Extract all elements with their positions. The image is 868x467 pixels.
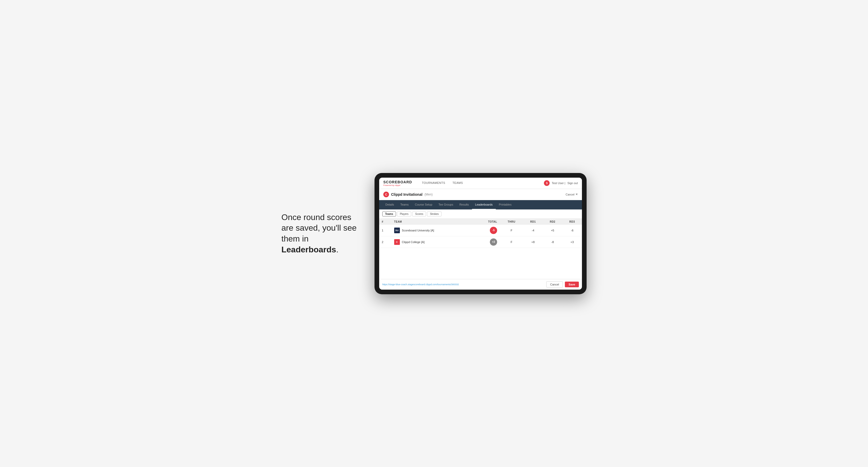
row2-rd2: -8 xyxy=(543,236,562,248)
sidebar-bold: Leaderboards xyxy=(281,245,336,254)
row1-team-name: Scoreboard University [A] xyxy=(402,229,434,232)
filter-scores[interactable]: Scores xyxy=(412,212,426,216)
footer: https://stage-blue-coach.stagescoreboard… xyxy=(379,279,582,290)
row2-team-name: Clippd College [A] xyxy=(402,241,425,244)
col-rd1: RD1 xyxy=(523,219,543,225)
row1-total: -5 xyxy=(474,225,500,236)
cancel-button-footer[interactable]: Cancel xyxy=(546,281,563,287)
tournament-name: Clippd Invitational xyxy=(391,192,422,196)
logo-title: SCOREBOARD xyxy=(383,180,412,184)
tablet-device: SCOREBOARD Powered by clippd TOURNAMENTS… xyxy=(374,173,587,294)
row1-rd2: +5 xyxy=(543,225,562,236)
logo-area: SCOREBOARD Powered by clippd xyxy=(383,180,412,186)
col-rd3: RD3 xyxy=(562,219,582,225)
row1-rank: 1 xyxy=(379,225,392,236)
row2-thru: F xyxy=(500,236,523,248)
tab-tee-groups[interactable]: Tee Groups xyxy=(435,200,456,210)
user-name: Test User | xyxy=(552,182,565,185)
row2-rd1: +8 xyxy=(523,236,543,248)
row2-rd3: +3 xyxy=(562,236,582,248)
tournament-subtitle: (Men) xyxy=(425,193,432,196)
row1-rd1: -4 xyxy=(523,225,543,236)
footer-url: https://stage-blue-coach.stagescoreboard… xyxy=(382,283,544,286)
table-row: 2 C Clippd College [A] +3 xyxy=(379,236,582,248)
row1-team: SU Scoreboard University [A] xyxy=(392,225,474,236)
cancel-button-header[interactable]: Cancel ✕ xyxy=(566,193,578,196)
row2-rank: 2 xyxy=(379,236,392,248)
user-avatar: S xyxy=(544,180,550,186)
col-team: TEAM xyxy=(392,219,474,225)
logo-subtitle: Powered by clippd xyxy=(383,184,412,186)
tab-teams[interactable]: Teams xyxy=(397,200,412,210)
col-total: TOTAL xyxy=(474,219,500,225)
col-thru: THRU xyxy=(500,219,523,225)
row1-thru: F xyxy=(500,225,523,236)
row2-score-badge: +3 xyxy=(490,239,497,246)
tab-leaderboards[interactable]: Leaderboards xyxy=(472,200,496,210)
leaderboard-table: # TEAM TOTAL THRU RD1 RD2 RD3 1 xyxy=(379,219,582,248)
filter-strokes[interactable]: Strokes xyxy=(427,212,441,216)
tournament-icon: C xyxy=(383,192,389,197)
sign-out-link[interactable]: Sign out xyxy=(567,182,578,185)
tablet-screen: SCOREBOARD Powered by clippd TOURNAMENTS… xyxy=(379,178,582,290)
save-button[interactable]: Save xyxy=(565,282,579,287)
nav-tournaments[interactable]: TOURNAMENTS xyxy=(418,178,449,189)
tournament-header: C Clippd Invitational (Men) Cancel ✕ xyxy=(379,189,582,200)
row1-score-badge: -5 xyxy=(490,227,497,234)
nav-links: TOURNAMENTS TEAMS xyxy=(418,178,544,189)
row1-rd3: -6 xyxy=(562,225,582,236)
table-header-row: # TEAM TOTAL THRU RD1 RD2 RD3 xyxy=(379,219,582,225)
tab-results[interactable]: Results xyxy=(456,200,472,210)
table-row: 1 SU Scoreboard University [A] xyxy=(379,225,582,236)
filter-players[interactable]: Players xyxy=(397,212,411,216)
tab-printables[interactable]: Printables xyxy=(496,200,515,210)
filter-bar: Teams Players Scores Strokes xyxy=(379,210,582,219)
nav-right: S Test User | Sign out xyxy=(544,180,578,186)
col-rd2: RD2 xyxy=(543,219,562,225)
sidebar-description: Once round scores are saved, you'll see … xyxy=(281,212,359,255)
tab-details[interactable]: Details xyxy=(382,200,397,210)
spacer xyxy=(379,248,582,279)
top-navigation: SCOREBOARD Powered by clippd TOURNAMENTS… xyxy=(379,178,582,189)
row2-total: +3 xyxy=(474,236,500,248)
col-rank: # xyxy=(379,219,392,225)
row1-team-logo: SU xyxy=(394,227,400,233)
row2-team: C Clippd College [A] xyxy=(392,236,474,248)
nav-teams[interactable]: TEAMS xyxy=(449,178,466,189)
sub-navigation: Details Teams Course Setup Tee Groups Re… xyxy=(379,200,582,210)
tournament-title: C Clippd Invitational (Men) xyxy=(383,192,433,197)
tab-course-setup[interactable]: Course Setup xyxy=(412,200,435,210)
filter-teams[interactable]: Teams xyxy=(382,212,396,216)
row2-team-logo: C xyxy=(394,239,400,245)
